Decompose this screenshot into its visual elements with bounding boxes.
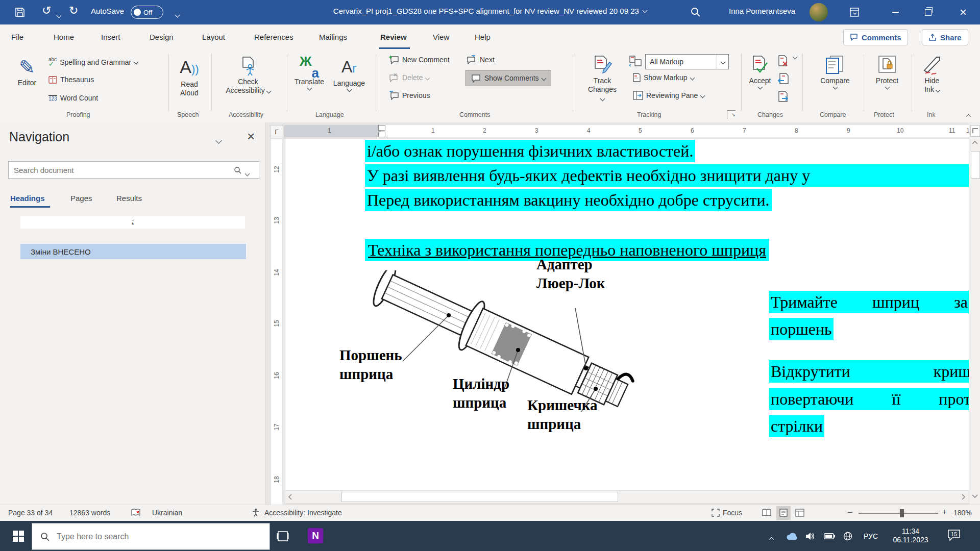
new-comment-button[interactable]: New Comment	[389, 55, 450, 64]
tab-view[interactable]: View	[433, 33, 449, 41]
document-page[interactable]: і/або ознак порушення фізичних властивос…	[285, 139, 969, 490]
task-view-button[interactable]	[277, 530, 289, 542]
doc-right-text[interactable]: Відкрутитикриш	[769, 360, 969, 383]
vertical-ruler[interactable]: 12 13 14 15 16 17 18	[271, 139, 282, 505]
tracking-dialog-launcher[interactable]: ↘	[727, 110, 736, 119]
avatar[interactable]	[810, 3, 828, 21]
restore-button[interactable]	[914, 0, 942, 24]
read-mode-icon[interactable]	[762, 509, 772, 517]
spelling-grammar-button[interactable]: abc✓ Spelling and Grammar	[48, 57, 138, 67]
accessibility-status-icon[interactable]	[251, 508, 260, 517]
language-status[interactable]: Ukrainian	[152, 509, 182, 517]
vertical-scrollbar[interactable]	[969, 122, 980, 505]
nav-heading-item-selected[interactable]: Зміни ВНЕСЕНО	[20, 244, 246, 259]
comments-button[interactable]: Comments	[843, 29, 908, 45]
tab-home[interactable]: Home	[54, 33, 74, 41]
redo-icon[interactable]: ↻	[69, 4, 78, 17]
scroll-left-arrow[interactable]	[287, 494, 293, 500]
horizontal-scrollbar-thumb[interactable]	[341, 492, 618, 502]
translate-button[interactable]: Ж a Translate	[291, 56, 328, 90]
tab-file[interactable]: File	[11, 33, 23, 41]
tray-language[interactable]: РУС	[864, 532, 878, 540]
previous-comment-button[interactable]: Previous	[389, 91, 430, 100]
vertical-scrollbar-thumb[interactable]	[971, 151, 980, 179]
display-for-review-select[interactable]: All Markup	[645, 54, 729, 69]
nav-collapse-bar[interactable]: ▴	[20, 216, 245, 229]
reject-button[interactable]	[778, 55, 797, 69]
tab-references[interactable]: References	[254, 33, 293, 41]
accessibility-status[interactable]: Accessibility: Investigate	[264, 509, 342, 517]
delete-comment-button[interactable]: Delete	[389, 73, 429, 82]
scroll-right-arrow[interactable]	[960, 494, 966, 500]
minimize-button[interactable]	[881, 0, 910, 24]
nav-tab-pages[interactable]: Pages	[70, 194, 92, 203]
indent-marker[interactable]	[378, 125, 385, 131]
ribbon-display-options-icon[interactable]	[849, 7, 860, 17]
hide-ink-button[interactable]: Hide Ink	[916, 55, 948, 94]
show-comments-button[interactable]: Show Comments	[465, 70, 551, 86]
check-accessibility-button[interactable]: Check Accessibility	[217, 56, 279, 95]
nav-search-icon[interactable]	[234, 166, 242, 174]
zoom-in-button[interactable]: +	[942, 507, 947, 518]
onedrive-icon[interactable]	[786, 533, 798, 541]
editor-button[interactable]: ✎ Editor	[11, 56, 43, 87]
thesaurus-button[interactable]: Thesaurus	[48, 76, 94, 84]
zoom-out-button[interactable]: −	[847, 507, 853, 518]
web-layout-icon[interactable]	[795, 509, 804, 517]
print-layout-icon[interactable]	[779, 509, 788, 517]
document-title[interactable]: Cervarix_PI proj1_GDS28 one PFS+SPC alig…	[235, 7, 745, 15]
save-icon[interactable]	[14, 7, 26, 18]
tab-selector[interactable]: L	[270, 125, 283, 138]
taskbar-search-box[interactable]	[32, 523, 270, 550]
tab-layout[interactable]: Layout	[202, 33, 225, 41]
tray-chevron-icon[interactable]	[770, 534, 773, 543]
tab-review[interactable]: Review	[380, 33, 407, 41]
language-button[interactable]: Aг Language	[331, 56, 368, 91]
nav-search-chevron-icon[interactable]	[246, 168, 249, 178]
previous-change-button[interactable]	[778, 73, 789, 87]
indent-marker-bottom[interactable]	[378, 132, 385, 137]
search-icon[interactable]	[690, 7, 701, 18]
volume-icon[interactable]	[805, 532, 815, 540]
user-name[interactable]: Inna Pomerantseva	[729, 7, 795, 15]
close-button[interactable]: ×	[946, 0, 980, 24]
zoom-slider-thumb[interactable]	[900, 509, 904, 517]
scroll-down-arrow[interactable]	[972, 493, 978, 499]
zoom-slider-track[interactable]	[859, 513, 938, 514]
doc-text-line[interactable]: У разі виявлення будь-яких дефектів необ…	[365, 164, 969, 187]
doc-text-line[interactable]: і/або ознак порушення фізичних властивос…	[365, 140, 695, 162]
tab-design[interactable]: Design	[150, 33, 174, 41]
nav-search-input[interactable]	[8, 161, 259, 179]
collapse-ribbon-button[interactable]	[967, 111, 970, 120]
autosave-toggle[interactable]: Off	[131, 6, 163, 19]
tray-clock[interactable]: 11:34 06.11.2023	[887, 527, 934, 544]
battery-icon[interactable]	[824, 533, 835, 539]
horizontal-ruler[interactable]: 1 1 2 3 4 5 6 7 8 9 10 11 1	[284, 125, 969, 137]
tab-mailings[interactable]: Mailings	[319, 33, 347, 41]
scroll-up-arrow[interactable]	[972, 140, 978, 146]
zoom-percentage[interactable]: 180%	[953, 509, 972, 517]
word-count-button[interactable]: 123 Word Count	[48, 94, 98, 102]
undo-icon[interactable]: ↺	[42, 4, 51, 17]
show-markup-button[interactable]: Show Markup	[633, 73, 694, 82]
doc-text-line[interactable]: Перед використанням вакцину необхідно до…	[365, 189, 772, 211]
nav-tab-headings[interactable]: Headings	[10, 194, 45, 203]
accept-button[interactable]: Accept	[745, 55, 775, 89]
start-button[interactable]	[12, 530, 24, 542]
share-button[interactable]: Share	[922, 29, 968, 45]
doc-right-text[interactable]: стрілки	[769, 415, 824, 437]
focus-icon[interactable]	[712, 509, 720, 517]
horizontal-scrollbar[interactable]	[285, 490, 970, 504]
titlebar-more-chevron-icon[interactable]	[176, 10, 179, 19]
read-aloud-button[interactable]: A)) ReadAloud	[171, 56, 208, 97]
tab-insert[interactable]: Insert	[101, 33, 120, 41]
track-changes-button[interactable]: Track Changes	[586, 55, 619, 103]
navigation-pane-chevron-icon[interactable]	[216, 136, 221, 145]
compare-button[interactable]: Compare	[815, 55, 855, 89]
doc-right-text[interactable]: Тримайтешприцза	[769, 291, 969, 313]
navigation-close-icon[interactable]: ×	[247, 129, 255, 144]
next-change-button[interactable]	[778, 91, 789, 105]
focus-button[interactable]: Focus	[723, 509, 742, 517]
next-comment-button[interactable]: Next	[467, 55, 495, 64]
proofing-errors-icon[interactable]	[131, 508, 141, 517]
